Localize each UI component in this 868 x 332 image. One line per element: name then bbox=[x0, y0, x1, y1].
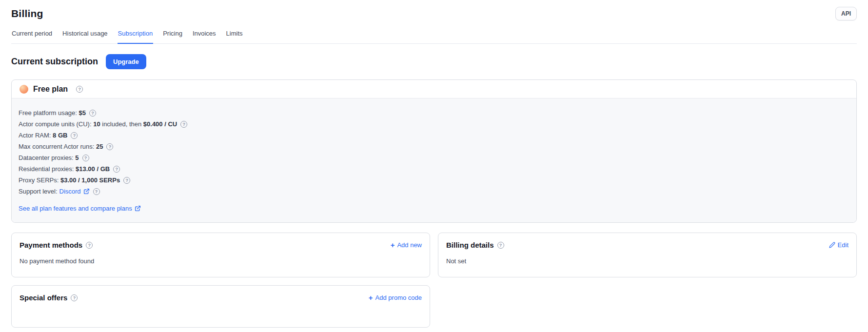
free-plan-card-body: Free platform usage: $5 ? Actor compute … bbox=[12, 98, 856, 222]
api-button[interactable]: API bbox=[835, 7, 857, 20]
tab-current-period[interactable]: Current period bbox=[11, 27, 53, 44]
plan-feature-text: Free platform usage: $5 bbox=[19, 109, 86, 117]
plan-support-prefix: Support level: bbox=[19, 188, 58, 195]
plan-feature-row: Free platform usage: $5 ? bbox=[19, 107, 848, 118]
help-icon[interactable]: ? bbox=[123, 177, 130, 184]
page-header: Billing API bbox=[11, 7, 857, 20]
help-icon[interactable]: ? bbox=[86, 242, 93, 249]
empty-grid-cell bbox=[438, 285, 857, 328]
plan-feature-row: Actor compute units (CU): 10 included, t… bbox=[19, 118, 848, 130]
help-icon[interactable]: ? bbox=[180, 121, 187, 128]
compare-plans-link[interactable]: See all plan features and compare plans bbox=[19, 205, 141, 212]
billing-cards-row: Payment methods ? + Add new No payment m… bbox=[11, 233, 857, 328]
help-icon[interactable]: ? bbox=[89, 110, 96, 117]
plus-icon: + bbox=[391, 242, 395, 248]
tab-invoices[interactable]: Invoices bbox=[192, 27, 217, 44]
plan-tier-dot-icon bbox=[20, 85, 28, 94]
help-icon[interactable]: ? bbox=[497, 242, 504, 249]
edit-billing-details-label: Edit bbox=[838, 241, 848, 249]
plan-feature-row: Datacenter proxies: 5 ? bbox=[19, 152, 848, 163]
billing-details-title-wrap: Billing details ? bbox=[446, 241, 504, 249]
plan-name: Free plan bbox=[33, 85, 68, 94]
page-title: Billing bbox=[11, 8, 43, 20]
special-offers-title-wrap: Special offers ? bbox=[20, 293, 78, 302]
payment-methods-empty-text: No payment method found bbox=[20, 257, 422, 265]
plan-feature-text: Max concurrent Actor runs: 25 bbox=[19, 143, 103, 150]
help-icon[interactable]: ? bbox=[93, 188, 100, 195]
help-icon[interactable]: ? bbox=[71, 294, 78, 301]
tab-historical-usage[interactable]: Historical usage bbox=[62, 27, 108, 44]
compare-plans-link-label: See all plan features and compare plans bbox=[19, 205, 132, 212]
plan-feature-row-support: Support level: Discord ? bbox=[19, 186, 848, 197]
billing-details-header: Billing details ? Edit bbox=[446, 241, 848, 249]
add-payment-method-link[interactable]: + Add new bbox=[391, 241, 422, 249]
tab-pricing[interactable]: Pricing bbox=[162, 27, 183, 44]
current-subscription-heading: Current subscription bbox=[11, 57, 98, 67]
plan-feature-row: Max concurrent Actor runs: 25 ? bbox=[19, 141, 848, 152]
plus-icon: + bbox=[369, 294, 373, 301]
plan-feature-text: Actor compute units (CU): 10 included, t… bbox=[19, 120, 177, 128]
edit-billing-details-link[interactable]: Edit bbox=[829, 241, 848, 249]
plan-feature-text: Actor RAM: 8 GB bbox=[19, 132, 67, 139]
special-offers-title: Special offers bbox=[20, 293, 67, 302]
discord-link[interactable]: Discord bbox=[59, 188, 90, 195]
tab-subscription[interactable]: Subscription bbox=[118, 27, 154, 44]
plan-feature-row: Residential proxies: $13.00 / GB ? bbox=[19, 163, 848, 175]
compare-plans-row: See all plan features and compare plans bbox=[19, 204, 848, 213]
plan-feature-text: Proxy SERPs: $3.00 / 1,000 SERPs bbox=[19, 176, 120, 184]
external-link-icon bbox=[135, 205, 141, 212]
help-icon[interactable]: ? bbox=[113, 166, 120, 173]
payment-methods-header: Payment methods ? + Add new bbox=[20, 241, 422, 249]
external-link-icon bbox=[83, 188, 90, 195]
plan-feature-text: Datacenter proxies: 5 bbox=[19, 154, 79, 161]
add-payment-method-label: Add new bbox=[397, 241, 422, 249]
plan-feature-text: Residential proxies: $13.00 / GB bbox=[19, 165, 110, 173]
tab-limits[interactable]: Limits bbox=[226, 27, 243, 44]
help-icon[interactable]: ? bbox=[71, 132, 78, 139]
billing-details-title: Billing details bbox=[446, 241, 494, 249]
current-subscription-section-head: Current subscription Upgrade bbox=[11, 54, 857, 69]
add-promo-code-label: Add promo code bbox=[375, 294, 422, 301]
help-icon[interactable]: ? bbox=[76, 86, 83, 93]
upgrade-button[interactable]: Upgrade bbox=[106, 54, 146, 69]
plan-feature-row: Proxy SERPs: $3.00 / 1,000 SERPs ? bbox=[19, 175, 848, 186]
special-offers-card: Special offers ? + Add promo code bbox=[11, 285, 430, 328]
payment-methods-title-wrap: Payment methods ? bbox=[20, 241, 93, 249]
plan-feature-row: Actor RAM: 8 GB ? bbox=[19, 130, 848, 141]
help-icon[interactable]: ? bbox=[82, 155, 89, 161]
discord-link-label: Discord bbox=[59, 188, 81, 195]
billing-details-card: Billing details ? Edit Not set bbox=[438, 233, 857, 277]
payment-methods-card: Payment methods ? + Add new No payment m… bbox=[11, 233, 430, 277]
add-promo-code-link[interactable]: + Add promo code bbox=[369, 294, 422, 301]
free-plan-card-header: Free plan ? bbox=[12, 80, 856, 98]
billing-details-empty-text: Not set bbox=[446, 257, 848, 265]
free-plan-card: Free plan ? Free platform usage: $5 ? Ac… bbox=[11, 79, 857, 223]
pencil-icon bbox=[829, 242, 835, 248]
billing-tabs: Current period Historical usage Subscrip… bbox=[11, 27, 857, 44]
billing-page: Billing API Current period Historical us… bbox=[0, 7, 868, 328]
special-offers-header: Special offers ? + Add promo code bbox=[20, 293, 422, 302]
help-icon[interactable]: ? bbox=[106, 143, 113, 150]
payment-methods-title: Payment methods bbox=[20, 241, 82, 249]
